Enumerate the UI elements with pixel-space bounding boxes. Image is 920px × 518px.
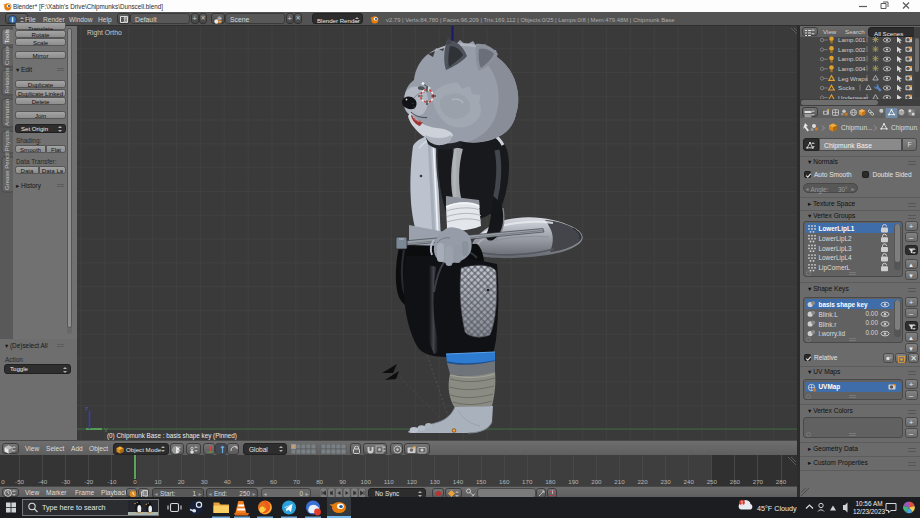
svg-text:i: i — [12, 16, 14, 23]
svg-text:Lamp.004: Lamp.004 — [838, 65, 866, 72]
svg-text:Lamp.001: Lamp.001 — [838, 36, 866, 43]
svg-text:Socks: Socks — [838, 84, 855, 91]
svg-text:Type here to search: Type here to search — [42, 503, 106, 512]
svg-text:Lamp.003: Lamp.003 — [838, 55, 866, 62]
svg-text:10:56 AM: 10:56 AM — [855, 500, 882, 507]
svg-text:45°F Cloudy: 45°F Cloudy — [757, 504, 797, 513]
svg-text:Relations: Relations — [3, 68, 10, 94]
svg-text:12/23/2023: 12/23/2023 — [853, 508, 885, 515]
svg-text:Grease Pencil: Grease Pencil — [4, 152, 10, 190]
svg-text:Create: Create — [3, 46, 10, 65]
svg-text:Physics: Physics — [3, 130, 10, 151]
svg-text:Leg Wraps: Leg Wraps — [838, 74, 868, 81]
svg-text:z: z — [85, 405, 88, 411]
svg-text:1: 1 — [740, 500, 743, 506]
svg-text:Tools: Tools — [3, 29, 10, 43]
svg-text:Lamp.002: Lamp.002 — [838, 45, 866, 52]
svg-text:Chipmun...: Chipmun... — [841, 124, 873, 132]
svg-text:Chipmun...: Chipmun... — [891, 124, 918, 132]
svg-text:Animation: Animation — [3, 98, 10, 126]
